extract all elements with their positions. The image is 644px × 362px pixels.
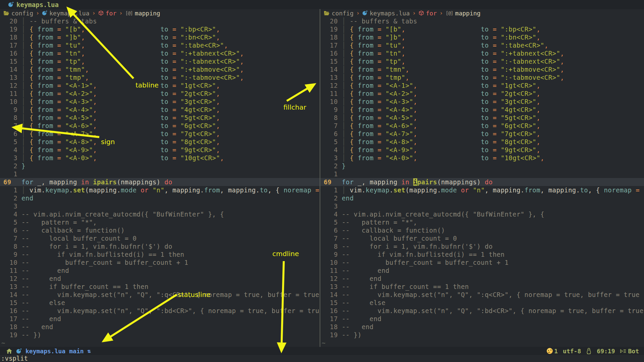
breadcrumb-config[interactable]: config (324, 10, 354, 17)
code-line[interactable]: 2} (0, 162, 320, 170)
code-line[interactable]: 11-- end (320, 266, 644, 275)
code-line[interactable]: 8-- for i = 1, vim.fn.bufnr('$') do (320, 242, 644, 250)
code-line[interactable]: 2end (320, 194, 644, 202)
code-line[interactable]: 13│ { from = "tmp", to = ":-tabmove<CR>"… (320, 73, 644, 81)
code-line[interactable]: 3 (320, 202, 644, 210)
code-line[interactable]: 11│ { from = "<A-2>", to = "2gt<CR>", (320, 89, 644, 98)
line-number: 13 (0, 73, 21, 81)
code-line[interactable]: 1 (320, 170, 644, 178)
code-line[interactable]: 18│ { from = "]b", to = ":bn<CR>", (320, 33, 644, 41)
code-line[interactable]: 16-- vim.keymap.set("n", "Q", ":bd<CR>",… (0, 307, 320, 315)
pane-left[interactable]: config › keymaps.lua › for › [@] (0, 9, 320, 347)
code-line[interactable]: 17│ { from = "tu", to = ":tabe<CR>", (320, 41, 644, 49)
code-line[interactable]: 6-- callback = function() (0, 226, 320, 234)
code-line[interactable]: 19-- }) (320, 331, 644, 339)
code-line[interactable]: 15-- else (0, 299, 320, 307)
tab-keymaps[interactable]: keymaps.lua (0, 0, 65, 9)
breadcrumb-file[interactable]: keymaps.lua (362, 10, 410, 17)
code-line[interactable]: 12│ { from = "<A-1>", to = "1gt<CR>", (320, 81, 644, 89)
diagnostic-indicator[interactable]: 1 (547, 348, 558, 355)
code-line[interactable]: 17-- end (320, 315, 644, 323)
code-line[interactable]: 9-- if vim.fn.buflisted(i) == 1 then (320, 250, 644, 258)
code-line[interactable]: 1 (0, 170, 320, 178)
code-line[interactable]: 8│ { from = "<A-5>", to = "5gt<CR>", (320, 114, 644, 122)
code-line[interactable]: 16│ { from = "tn", to = ":+tabnext<CR>", (320, 49, 644, 57)
code-line[interactable]: 17│ { from = "tu", to = ":tabe<CR>", (0, 41, 320, 49)
code-line[interactable]: 6│ { from = "<A-7>", to = "7gt<CR>", (0, 130, 320, 138)
code-line[interactable]: 9│ { from = "<A-4>", to = "4gt<CR>", (320, 106, 644, 114)
code-line[interactable]: 7-- local buffer_count = 0 (320, 234, 644, 242)
code-line[interactable]: 4-- vim.api.nvim_create_autocmd({ "BufWi… (0, 210, 320, 218)
code-line[interactable]: 14-- vim.keymap.set("n", "Q", ":q<CR>", … (0, 291, 320, 299)
filler-line[interactable]: ~ (320, 339, 644, 347)
code-line[interactable]: 10│ { from = "<A-3>", to = "3gt<CR>", (320, 98, 644, 106)
statusline-filename[interactable]: keymaps.lua (25, 348, 65, 355)
pane-right[interactable]: config › keymaps.lua › for › [@] (320, 9, 644, 347)
code-line[interactable]: 16│ { from = "tn", to = ":+tabnext<CR>", (0, 49, 320, 57)
code-line[interactable]: 12-- end (0, 275, 320, 283)
breadcrumb-mapping[interactable]: [@] mapping (446, 10, 481, 17)
code-line[interactable]: 5│ { from = "<A-8>", to = "8gt<CR>", (0, 138, 320, 146)
code-line[interactable]: 12│ { from = "<A-1>", to = "1gt<CR>", (0, 81, 320, 89)
code-line[interactable]: 7│ { from = "<A-6>", to = "6gt<CR>", (0, 122, 320, 130)
code-line[interactable]: 20│ -- buffers & tabs (0, 17, 320, 25)
breadcrumb-for[interactable]: for (419, 10, 437, 17)
code-line[interactable]: 18-- end (0, 323, 320, 331)
code-line[interactable]: 4│ { from = "<A-9>", to = "9gt<CR>", (0, 146, 320, 154)
code-line[interactable]: 13│ { from = "tmp", to = ":-tabmove<CR>"… (0, 73, 320, 81)
code-line[interactable]: 8│ { from = "<A-5>", to = "5gt<CR>", (0, 114, 320, 122)
code-line[interactable]: 10-- buffer_count = buffer_count + 1 (320, 258, 644, 266)
code-line[interactable]: 1│ vim.keymap.set(mapping.mode or "n", m… (320, 186, 644, 194)
code-line[interactable]: 3│ { from = "<A-0>", to = "10gt<CR>", (320, 154, 644, 162)
code-line[interactable]: 12-- end (320, 275, 644, 283)
code-line[interactable]: 18-- end (320, 323, 644, 331)
code-line[interactable]: 13-- if buffer_count == 1 then (0, 283, 320, 291)
code-line[interactable]: 18│ { from = "]b", to = ":bn<CR>", (0, 33, 320, 41)
code-line[interactable]: 7-- local buffer_count = 0 (0, 234, 320, 242)
breadcrumb-mapping[interactable]: [@] mapping (125, 10, 160, 17)
home-icon[interactable] (6, 348, 12, 354)
code-line[interactable]: 69for _, mapping in ipairs(nmappings) do (320, 178, 644, 186)
breadcrumb-config[interactable]: config (3, 10, 33, 17)
code-line[interactable]: 19│ { from = "[b", to = ":bp<CR>", (0, 25, 320, 33)
code-line[interactable]: 15│ { from = "tp", to = ":-tabnext<CR>", (320, 57, 644, 65)
code-line[interactable]: 4-- vim.api.nvim_create_autocmd({ "BufWi… (320, 210, 644, 218)
code-line[interactable]: 15-- else (320, 299, 644, 307)
code-line[interactable]: 19│ { from = "[b", to = ":bp<CR>", (320, 25, 644, 33)
code-line[interactable]: 69for _, mapping in ipairs(nmappings) do (0, 178, 320, 186)
code-line[interactable]: 14-- vim.keymap.set("n", "Q", ":q<CR>", … (320, 291, 644, 299)
sync-icon[interactable]: ⇅ (88, 348, 91, 354)
filler-line[interactable]: ~ (0, 339, 320, 347)
code-line[interactable]: 4│ { from = "<A-9>", to = "9gt<CR>", (320, 146, 644, 154)
code-line[interactable]: 14│ { from = "tmn", to = ":+tabmove<CR>"… (0, 65, 320, 73)
code-line[interactable]: 1│ vim.keymap.set(mapping.mode or "n", m… (0, 186, 320, 194)
code-line[interactable]: 19-- }) (0, 331, 320, 339)
breadcrumb-for[interactable]: for (98, 10, 117, 17)
cmdline[interactable]: :vsplit (0, 355, 644, 362)
code-line[interactable]: 9│ { from = "<A-4>", to = "4gt<CR>", (0, 106, 320, 114)
statusline-git-branch[interactable]: main (69, 348, 84, 355)
code-line[interactable]: 3 (0, 202, 320, 210)
code-line[interactable]: 7│ { from = "<A-6>", to = "6gt<CR>", (320, 122, 644, 130)
code-line[interactable]: 5-- pattern = "*", (320, 218, 644, 226)
code-line[interactable]: 11│ { from = "<A-2>", to = "2gt<CR>", (0, 89, 320, 98)
code-line[interactable]: 9-- if vim.fn.buflisted(i) == 1 then (0, 250, 320, 258)
code-line[interactable]: 6-- callback = function() (320, 226, 644, 234)
code-line[interactable]: 5│ { from = "<A-8>", to = "8gt<CR>", (320, 138, 644, 146)
code-line[interactable]: 3│ { from = "<A-0>", to = "10gt<CR>", (0, 154, 320, 162)
code-line[interactable]: 6│ { from = "<A-7>", to = "7gt<CR>", (320, 130, 644, 138)
code-line[interactable]: 2end (0, 194, 320, 202)
code-line[interactable]: 13-- if buffer_count == 1 then (320, 283, 644, 291)
code-line[interactable]: 20│ -- buffers & tabs (320, 17, 644, 25)
code-line[interactable]: 10-- buffer_count = buffer_count + 1 (0, 258, 320, 266)
code-line[interactable]: 17-- end (0, 315, 320, 323)
code-line[interactable]: 11-- end (0, 266, 320, 275)
breadcrumb-file[interactable]: keymaps.lua (42, 10, 89, 17)
code-line[interactable]: 15│ { from = "tp", to = ":-tabnext<CR>", (0, 57, 320, 65)
code-line[interactable]: 8-- for i = 1, vim.fn.bufnr('$') do (0, 242, 320, 250)
code-line[interactable]: 16-- vim.keymap.set("n", "Q", ":bd<CR>",… (320, 307, 644, 315)
code-line[interactable]: 10│ { from = "<A-3>", to = "3gt<CR>", (0, 98, 320, 106)
code-line[interactable]: 14│ { from = "tmn", to = ":+tabmove<CR>"… (320, 65, 644, 73)
code-line[interactable]: 2} (320, 162, 644, 170)
code-line[interactable]: 5-- pattern = "*", (0, 218, 320, 226)
